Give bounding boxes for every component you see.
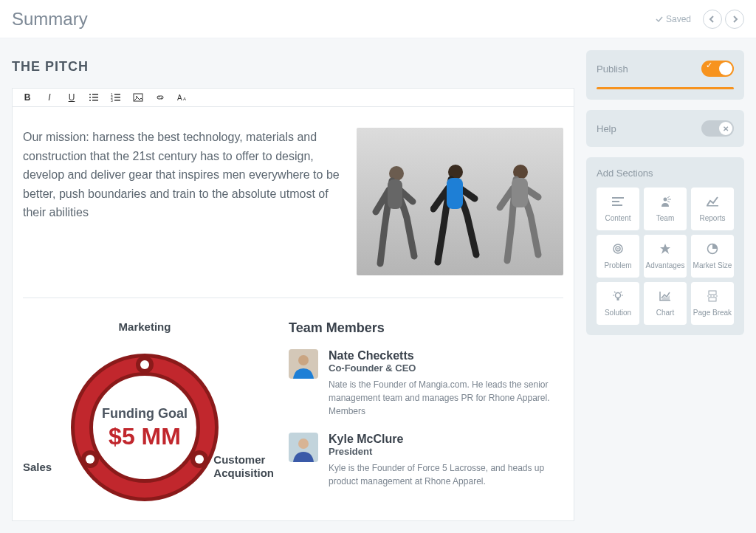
team-member: Kyle McClure President Kyle is the Found… [289, 433, 563, 488]
svg-rect-11 [114, 100, 120, 101]
editor-content[interactable]: Our mission: harness the best technology… [13, 107, 574, 521]
bold-button[interactable]: B [18, 89, 36, 106]
check-icon [656, 16, 663, 23]
editor-toolbar: B I U 123 AA [13, 89, 574, 107]
svg-rect-35 [612, 201, 619, 202]
tile-advantages[interactable]: Advantages [644, 235, 687, 278]
svg-point-41 [617, 248, 619, 250]
svg-rect-9 [114, 97, 120, 98]
add-sections-label: Add Sections [597, 168, 734, 179]
header: Summary Saved [0, 0, 756, 38]
svg-text:A: A [177, 94, 182, 102]
svg-rect-36 [612, 204, 622, 206]
avatar [289, 433, 318, 462]
check-icon: ✓ [706, 61, 712, 70]
tile-market-size[interactable]: Market Size [691, 235, 734, 278]
node-sales: Sales [23, 461, 52, 474]
funding-chart: Marketing Sales Customer Acquisition [23, 320, 267, 520]
tile-reports[interactable]: Reports [691, 188, 734, 230]
chevron-right-icon [731, 16, 738, 23]
member-role: President [329, 446, 563, 457]
member-bio: Nate is the Founder of Mangia.com. He le… [329, 378, 563, 418]
svg-point-4 [89, 100, 91, 101]
funding-goal-label: Funding Goal [102, 406, 188, 422]
add-sections-panel: Add Sections Content Team Reports Proble… [586, 157, 744, 335]
svg-point-33 [298, 439, 309, 449]
svg-point-25 [140, 360, 149, 369]
help-panel: Help ✕ [586, 110, 744, 147]
tile-team[interactable]: Team [644, 188, 687, 230]
mission-text: Our mission: harness the best technology… [23, 128, 342, 275]
member-role: Co-Founder & CEO [329, 362, 563, 374]
svg-rect-7 [114, 94, 120, 95]
help-label: Help [597, 123, 616, 134]
svg-rect-46 [709, 298, 716, 301]
svg-text:3: 3 [111, 98, 113, 103]
link-button[interactable] [151, 89, 169, 106]
bullet-list-button[interactable] [85, 89, 103, 106]
svg-point-29 [195, 455, 204, 464]
x-icon: ✕ [723, 125, 729, 133]
funding-goal-amount: $5 MM [102, 423, 188, 450]
svg-text:A: A [183, 97, 186, 101]
prev-button[interactable] [703, 10, 722, 29]
next-button[interactable] [725, 10, 744, 29]
member-name: Nate Checketts [329, 349, 563, 362]
font-size-button[interactable]: AA [173, 89, 191, 106]
problem-icon [611, 243, 625, 258]
solution-icon [611, 290, 625, 305]
svg-point-27 [86, 455, 94, 464]
publish-progress [597, 87, 734, 89]
sidebar: Publish ✓ Help ✕ Add Sections Co [586, 50, 744, 521]
svg-point-37 [664, 198, 667, 202]
numbered-list-button[interactable]: 123 [107, 89, 125, 106]
svg-point-31 [298, 355, 309, 365]
section-heading: THE PITCH [12, 59, 574, 75]
team-icon [659, 196, 672, 210]
svg-rect-1 [92, 94, 98, 95]
svg-rect-5 [92, 100, 98, 101]
team-section: Team Members Nate Checketts Co-Founder &… [289, 320, 563, 520]
svg-rect-34 [612, 197, 624, 199]
team-title: Team Members [289, 320, 563, 336]
publish-label: Publish [597, 63, 628, 75]
tile-chart[interactable]: Chart [644, 282, 687, 325]
hero-image [357, 128, 563, 275]
svg-rect-44 [617, 298, 619, 300]
help-toggle[interactable]: ✕ [701, 120, 734, 137]
tile-solution[interactable]: Solution [597, 282, 639, 325]
page-title: Summary [12, 9, 656, 30]
tile-page-break[interactable]: Page Break [691, 282, 734, 325]
svg-point-0 [89, 94, 91, 95]
svg-point-43 [616, 293, 621, 298]
node-customer-acquisition: Customer Acquisition [213, 453, 274, 480]
avatar [289, 349, 318, 379]
member-name: Kyle McClure [329, 433, 563, 446]
chart-icon [659, 290, 672, 305]
page-break-icon [706, 290, 719, 305]
saved-indicator: Saved [656, 14, 691, 24]
advantages-icon [659, 243, 672, 258]
node-marketing: Marketing [119, 320, 171, 334]
image-button[interactable] [129, 89, 147, 106]
italic-button[interactable]: I [41, 89, 58, 106]
member-bio: Kyle is the Founder of Force 5 Lacrosse,… [329, 461, 563, 488]
svg-rect-45 [709, 291, 716, 295]
tile-problem[interactable]: Problem [597, 235, 639, 278]
market-size-icon [706, 243, 719, 258]
publish-toggle[interactable]: ✓ [701, 61, 734, 77]
svg-rect-38 [707, 205, 718, 207]
editor: B I U 123 AA Our mission: harness the be… [12, 88, 574, 521]
svg-rect-19 [447, 178, 463, 209]
svg-rect-17 [388, 179, 402, 209]
tile-content[interactable]: Content [597, 188, 639, 230]
svg-rect-3 [92, 97, 98, 98]
underline-button[interactable]: U [63, 89, 80, 106]
svg-rect-21 [512, 178, 528, 207]
chevron-left-icon [709, 16, 716, 23]
reports-icon [706, 196, 719, 210]
svg-point-2 [89, 97, 91, 98]
divider [23, 298, 563, 298]
publish-panel: Publish ✓ [586, 50, 744, 100]
team-member: Nate Checketts Co-Founder & CEO Nate is … [289, 349, 563, 418]
